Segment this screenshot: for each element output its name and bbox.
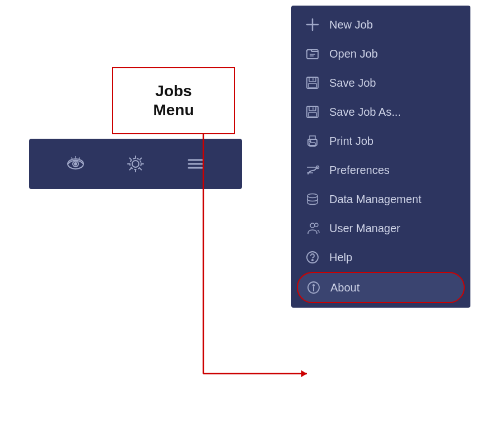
help-icon [305,249,320,265]
eye-button[interactable] [66,154,86,174]
svg-rect-20 [309,77,316,82]
menu-item-help[interactable]: Help [291,243,470,272]
menu-item-about[interactable]: About [297,272,465,303]
menu-item-new-job[interactable]: New Job [291,10,470,39]
svg-text:✓: ✓ [314,107,318,111]
about-icon [306,280,321,295]
svg-rect-29 [310,143,315,147]
open-job-icon [305,46,320,62]
menu-item-save-job-as[interactable]: ✓ Save Job As... [291,97,470,126]
svg-point-35 [310,223,315,228]
svg-point-34 [307,194,318,198]
user-manager-icon [305,220,320,236]
svg-rect-25 [309,112,316,117]
data-management-icon [305,191,320,207]
gear-button[interactable] [125,154,146,174]
menu-item-open-job[interactable]: Open Job [291,39,470,68]
preferences-icon [305,162,320,178]
svg-point-9 [132,161,139,167]
menu-item-preferences[interactable]: Preferences [291,156,470,185]
svg-marker-2 [301,370,307,377]
callout-box: JobsMenu [112,67,235,134]
new-job-icon [305,17,320,32]
save-job-icon [305,75,320,91]
jobs-menu: New Job Open Job Save Job [291,6,470,308]
svg-point-5 [74,163,77,165]
menu-item-data-management[interactable]: Data Management [291,185,470,214]
svg-line-8 [79,158,80,159]
svg-point-36 [315,223,318,227]
menu-item-print-job[interactable]: Print Job [291,126,470,156]
menu-item-save-job[interactable]: Save Job [291,68,470,97]
svg-point-40 [313,285,314,286]
menu-item-user-manager[interactable]: User Manager [291,214,470,243]
svg-point-30 [310,141,311,142]
svg-point-38 [312,260,313,261]
svg-rect-21 [309,83,316,88]
menu-button[interactable] [185,154,206,174]
print-job-icon [305,133,320,149]
callout-text: JobsMenu [153,82,194,119]
save-job-as-icon: ✓ [305,104,320,120]
toolbar [29,139,242,189]
svg-line-7 [72,158,73,159]
